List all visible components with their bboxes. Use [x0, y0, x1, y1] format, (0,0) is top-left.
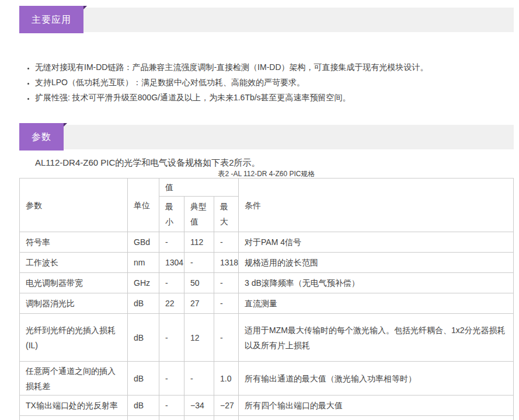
spec-table: 参数 单位 值 条件 最小 典型值 最大 符号率 GBd - 112 - 对于P…	[19, 178, 514, 420]
section-header-parameters: 参数	[19, 123, 514, 150]
cell-typ: -	[184, 362, 214, 396]
parameters-intro-text: AL112-DR4-Z60 PIC的光学和电气设备规格如下表2所示。	[35, 157, 514, 169]
cell-max: -	[214, 273, 239, 293]
table-row: 工作波长 nm 1304 - 1318 规格适用的波长范围	[20, 253, 514, 273]
cell-condition: 适用于MZM最大传输时的每个激光输入。包括光纤耦合、1x2分光器损耗以及所有片上…	[239, 314, 514, 362]
cell-condition: 直流测量	[239, 293, 514, 314]
table-header-row: 参数 单位 值 条件	[20, 178, 514, 197]
cell-param: 符号率	[20, 232, 128, 253]
cell-unit: dB	[128, 362, 159, 396]
cell-max: 1.0	[214, 362, 239, 396]
cell-min: -	[159, 232, 184, 253]
cell-condition: 规格适用的波长范围	[239, 253, 514, 273]
section-header-bar	[19, 8, 514, 32]
table-row: 调制器消光比 dB 22 27 - 直流测量	[20, 293, 514, 314]
cell-condition: 所有四个输出端口的最大值	[239, 396, 514, 416]
cell-typ: −34	[184, 396, 214, 416]
cell-param: 电光调制器带宽	[20, 273, 128, 293]
table-row-partial	[20, 416, 514, 420]
cell-min: -	[159, 273, 184, 293]
header-min: 最小	[159, 197, 184, 232]
table-row: 任意两个通道之间的插入损耗差 dB - - 1.0 所有输出通道的最大值（激光输…	[20, 362, 514, 396]
table-row: 光纤到光纤的光插入损耗(IL) dB - 12 - 适用于MZM最大传输时的每个…	[20, 314, 514, 362]
cell-max: -	[214, 314, 239, 362]
bullet-item: 支持LPO（低功耗光互联）：满足数据中心对低功耗、高能效的严苛要求。	[35, 75, 514, 90]
cell-max: −27	[214, 396, 239, 416]
cell-min: -	[159, 362, 184, 396]
cell-param: 任意两个通道之间的插入损耗差	[20, 362, 128, 396]
header-condition: 条件	[239, 178, 514, 232]
cell-min: 22	[159, 293, 184, 314]
cell-typ: 50	[184, 273, 214, 293]
cell-typ: 112	[184, 232, 214, 253]
cell-param: 调制器消光比	[20, 293, 128, 314]
section-badge-parameters: 参数	[19, 123, 64, 150]
cell-param: 工作波长	[20, 253, 128, 273]
cell-unit: dB	[128, 293, 159, 314]
section-header-bar	[19, 125, 514, 149]
table-caption: 表2 -AL 112-DR 4-Z60 PIC规格	[19, 170, 514, 178]
bullet-item: 无缝对接现有IM-DD链路：产品兼容主流强度调制-直接检测（IM-DD）架构，可…	[35, 60, 514, 75]
cell-min: 1304	[159, 253, 184, 273]
cell-unit: GHz	[128, 273, 159, 293]
cell-param: 光纤到光纤的光插入损耗(IL)	[20, 314, 128, 362]
cell-unit: GBd	[128, 232, 159, 253]
cell-max: 1318	[214, 253, 239, 273]
cell-condition: 所有输出通道的最大值（激光输入功率相等时）	[239, 362, 514, 396]
cell-unit: nm	[128, 253, 159, 273]
cell-typ: 27	[184, 293, 214, 314]
section-badge-applications: 主要应用	[19, 6, 83, 33]
cell-typ: 12	[184, 314, 214, 362]
cell-max: -	[214, 232, 239, 253]
table-row: TX输出端口处的光反射率 dB - −34 −27 所有四个输出端口的最大值	[20, 396, 514, 416]
header-param: 参数	[20, 178, 128, 232]
cell-unit: dB	[128, 396, 159, 416]
page-content: 主要应用 无缝对接现有IM-DD链路：产品兼容主流强度调制-直接检测（IM-DD…	[19, 6, 514, 420]
cell-param: TX输出端口处的光反射率	[20, 396, 128, 416]
bullet-item: 扩展性强: 技术可平滑升级至800G/通道及以上，为未来1.6Tb/s甚至更高速…	[35, 90, 514, 105]
header-max: 最大	[214, 197, 239, 232]
table-row: 符号率 GBd - 112 - 对于PAM 4信号	[20, 232, 514, 253]
header-value-group: 值	[159, 178, 239, 197]
applications-bullet-list: 无缝对接现有IM-DD链路：产品兼容主流强度调制-直接检测（IM-DD）架构，可…	[19, 60, 514, 105]
cell-typ: -	[184, 253, 214, 273]
section-header-applications: 主要应用	[19, 6, 514, 33]
cell-condition: 对于PAM 4信号	[239, 232, 514, 253]
cell-condition: 3 dB滚降频率（无电气预补偿）	[239, 273, 514, 293]
cell-min: -	[159, 396, 184, 416]
header-unit: 单位	[128, 178, 159, 232]
cell-min: -	[159, 314, 184, 362]
header-typ: 典型值	[184, 197, 214, 232]
cell-unit: dB	[128, 314, 159, 362]
cell-max: -	[214, 293, 239, 314]
table-row: 电光调制器带宽 GHz - 50 - 3 dB滚降频率（无电气预补偿）	[20, 273, 514, 293]
